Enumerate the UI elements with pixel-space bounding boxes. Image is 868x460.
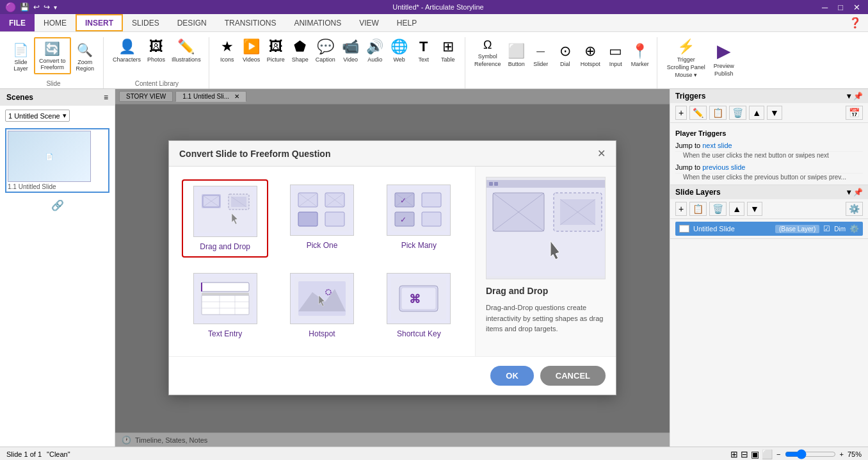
zoom-plus[interactable]: + [840,450,844,458]
prev-slide-link[interactable]: previous slide [702,163,745,171]
maximize-btn[interactable]: □ [835,3,846,12]
slide-thumb-1[interactable]: 📄 1.1 Untitled Slide [5,128,109,193]
photos-btn[interactable]: 🖼 Photos [145,37,168,64]
scenes-menu-icon[interactable]: ≡ [104,93,108,102]
modal-options-grid: Drag and Drop [169,167,475,356]
view-icon-4[interactable]: ⬜ [762,449,773,459]
help-icon[interactable]: ❓ [842,17,868,29]
option-drag-drop[interactable]: Drag and Drop [182,179,268,258]
tab-insert[interactable]: INSERT [76,14,123,31]
publish-group-items: ⚡ Trigger Scrolling Panel Mouse ▾ ▶ Prev… [664,37,738,79]
modal-close-btn[interactable]: ✕ [597,147,606,160]
caption-btn[interactable]: 💬 Caption [313,37,338,64]
delete-layer-btn[interactable]: 🗑️ [709,202,727,216]
dial-btn[interactable]: ⊙ Dial [554,42,577,69]
slide-count: Slide 1 of 1 [6,450,42,458]
svg-rect-32 [202,283,249,292]
video-btn[interactable]: 📹 Video [339,37,362,64]
option-text-entry[interactable]: Text Entry [182,268,268,343]
picture-btn[interactable]: 🖼 Picture [264,37,287,64]
trigger-btn[interactable]: ⚡ Trigger Scrolling Panel Mouse ▾ [664,37,709,79]
move-up-btn[interactable]: ▲ [749,106,764,120]
option-shortcut-key[interactable]: ⌘ Shortcut Key [376,268,462,343]
preview-publish-btn[interactable]: ▶ Preview Publish [710,38,738,79]
input-btn[interactable]: ▭ Input [604,42,627,69]
layers-pin[interactable]: 📌 [853,188,863,197]
close-btn[interactable]: ✕ [851,3,863,12]
cancel-button[interactable]: CANCEL [540,366,606,386]
tab-slides[interactable]: SLIDES [123,14,168,31]
symbol-btn[interactable]: Ω Symbol Reference [472,37,504,69]
svg-rect-50 [489,182,493,186]
text-btn[interactable]: T Text [412,37,435,64]
trigger-calendar-btn[interactable]: 📅 [846,106,863,120]
layer-gear-icon[interactable]: ⚙️ [849,224,859,233]
move-down-btn[interactable]: ▼ [767,106,782,120]
tab-animations[interactable]: ANIMATIONS [285,14,350,31]
scene-dropdown[interactable]: 1 Untitled Scene ▾ [5,110,70,122]
preview-icon: ▶ [717,40,731,62]
illustrations-btn[interactable]: ✏️ Illustrations [169,37,204,64]
view-icon-3[interactable]: ▣ [751,449,759,459]
layer-settings-btn[interactable]: ⚙️ [846,202,863,216]
tab-home[interactable]: HOME [35,14,76,31]
layers-collapse[interactable]: ▾ [847,188,851,197]
web-btn[interactable]: 🌐 Web [388,37,411,64]
redo-btn[interactable]: ↪ [44,3,50,12]
zoom-minus[interactable]: − [776,450,780,458]
layer-up-btn[interactable]: ▲ [729,202,744,216]
icons-btn[interactable]: ★ Icons [216,37,239,64]
layers-action-bar: + 📋 🗑️ ▲ ▼ ⚙️ [670,199,868,219]
copy-trigger-btn[interactable]: 📋 [709,106,727,120]
new-trigger-btn[interactable]: + [675,106,687,120]
zoom-region-btn[interactable]: 🔍 ZoomRegion [72,40,99,74]
tab-design[interactable]: DESIGN [168,14,216,31]
ok-button[interactable]: OK [490,366,534,386]
slide-layer-btn[interactable]: 📄 SlideLayer [9,40,33,74]
tab-help[interactable]: HELP [388,14,426,31]
svg-rect-16 [298,212,317,226]
trigger-toolbar-collapse[interactable]: ▾ [847,92,851,101]
prev-condition-text: When the user clicks the previous button… [675,174,863,181]
quick-save[interactable]: 💾 [20,3,29,12]
audio-btn[interactable]: 🔊 Audio [364,37,387,64]
zoom-slider[interactable] [785,449,836,459]
edit-trigger-btn[interactable]: ✏️ [689,106,707,120]
view-icon-1[interactable]: ⊞ [730,449,738,459]
layer-check-icon[interactable]: ☑ [823,224,830,233]
tab-view[interactable]: VIEW [350,14,388,31]
option-pick-many[interactable]: ✓ ✓ Pick Many [376,179,462,258]
button-btn[interactable]: ⬜ Button [505,42,528,69]
text-entry-label: Text Entry [208,329,242,338]
hotspot-btn[interactable]: ⊕ Hotspot [578,42,603,69]
next-slide-link[interactable]: next slide [702,142,732,149]
shape-icon: ⬟ [294,38,306,55]
tab-transitions[interactable]: TRANSITIONS [216,14,285,31]
slide-thumbnails: 📄 1.1 Untitled Slide 🔗 [0,126,115,214]
option-pick-one[interactable]: Pick One [278,179,365,258]
option-hotspot[interactable]: Hotspot [278,268,365,343]
view-icon-2[interactable]: ⊟ [741,449,748,459]
characters-btn[interactable]: 👤 Characters [110,37,143,64]
undo-btn[interactable]: ↩ [33,3,40,12]
preview-title: Drag and Drop [486,286,606,296]
characters-icon: 👤 [118,38,136,55]
shape-btn[interactable]: ⬟ Shape [289,37,312,64]
layer-badge: (Base Layer) [775,225,819,233]
tab-file[interactable]: FILE [0,14,35,31]
layer-down-btn[interactable]: ▼ [747,202,762,216]
jump-next-text: Jump to [675,142,702,149]
new-layer-btn[interactable]: + [675,202,687,216]
copy-layer-btn[interactable]: 📋 [689,202,707,216]
trigger-toolbar-pin[interactable]: 📌 [853,92,863,101]
svg-rect-51 [494,182,498,186]
status-left: Slide 1 of 1 "Clean" [6,450,70,458]
convert-freeform-btn[interactable]: 🔄 Convert toFreeform [34,37,71,74]
videos-btn[interactable]: ▶️ Videos [240,37,263,64]
slider-btn[interactable]: ⏤ Slider [529,42,552,69]
base-layer-row[interactable]: Untitled Slide (Base Layer) ☑ Dim ⚙️ [675,222,863,236]
minimize-btn[interactable]: ─ [819,3,830,12]
marker-btn[interactable]: 📍 Marker [629,42,652,69]
delete-trigger-btn[interactable]: 🗑️ [729,106,746,120]
table-btn[interactable]: ⊞ Table [437,37,460,64]
